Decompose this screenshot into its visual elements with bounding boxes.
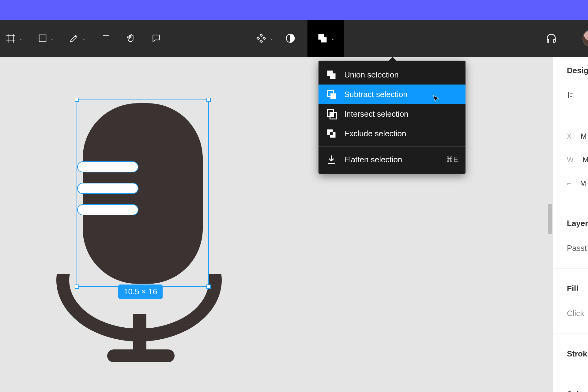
coord-x-row[interactable]: X M — [567, 132, 588, 141]
mask-icon — [285, 33, 295, 43]
components-icon — [256, 33, 266, 43]
hand-tool[interactable] — [126, 33, 136, 43]
pen-icon — [69, 33, 79, 43]
left-tool-group: ⌄ ⌄ ⌄ — [6, 33, 161, 43]
menu-label: Exclude selection — [344, 129, 406, 138]
union-icon — [326, 69, 337, 80]
menu-label: Union selection — [344, 70, 399, 80]
selection-handle[interactable] — [75, 98, 79, 102]
selection-handle[interactable] — [75, 285, 79, 289]
menu-item-subtract[interactable]: Subtract selection — [318, 85, 466, 104]
fill-heading: Fill — [567, 284, 588, 293]
avatar[interactable] — [582, 29, 588, 47]
fill-hint[interactable]: Click — [567, 309, 588, 318]
svg-rect-6 — [330, 113, 334, 116]
dimension-badge: 10.5 × 16 — [118, 285, 163, 299]
align-left-icon[interactable] — [567, 91, 575, 101]
text-icon — [101, 33, 111, 43]
scrollbar-thumb[interactable] — [548, 204, 552, 234]
pen-tool[interactable]: ⌄ — [69, 33, 86, 43]
coord-w-row[interactable]: W M — [567, 156, 588, 164]
selection-bounds[interactable] — [77, 100, 209, 287]
rectangle-icon — [38, 34, 47, 43]
menu-item-intersect[interactable]: Intersect selection — [318, 104, 466, 124]
menu-item-exclude[interactable]: Exclude selection — [318, 124, 466, 143]
layer-heading: Layer — [567, 219, 588, 228]
dropdown-arrow — [389, 57, 396, 61]
menu-label: Flatten selection — [344, 155, 402, 164]
stroke-heading: Strok — [567, 349, 588, 359]
main-toolbar: ⌄ ⌄ ⌄ ⌄ ⌄ — [0, 20, 588, 57]
union-icon — [317, 33, 328, 44]
flatten-icon — [326, 154, 337, 165]
chevron-down-icon: ⌄ — [19, 36, 23, 41]
chevron-down-icon: ⌄ — [270, 36, 273, 41]
shape-tool[interactable]: ⌄ — [38, 34, 54, 43]
selection-handle[interactable] — [206, 285, 211, 289]
coord-x-label: X — [567, 132, 571, 141]
rotation-icon: ⌐ — [567, 179, 571, 188]
tab-design[interactable]: Desig — [567, 66, 588, 75]
svg-rect-3 — [330, 93, 336, 99]
mic-base — [107, 349, 175, 362]
coord-rotation-row[interactable]: ⌐ M — [567, 179, 588, 188]
microphone-artwork: 10.5 × 16 — [52, 100, 224, 354]
subtract-icon — [326, 89, 337, 100]
text-tool[interactable] — [101, 33, 111, 43]
chevron-down-icon: ⌄ — [50, 36, 54, 41]
mic-stem — [133, 314, 146, 354]
selection-handle[interactable] — [206, 98, 211, 102]
menu-label: Intersect selection — [344, 109, 409, 119]
right-panel: Desig X M W M ⌐ M Layer Passt Fill Click… — [553, 57, 588, 392]
frame-icon — [6, 33, 16, 43]
audio-button[interactable] — [545, 32, 557, 44]
menu-shortcut: ⌘E — [446, 155, 458, 164]
canvas[interactable]: 10.5 × 16 — [0, 57, 553, 392]
frame-tool[interactable]: ⌄ — [6, 33, 23, 43]
boolean-dropdown: Union selection Subtract selection Inter… — [318, 61, 466, 174]
components-tool[interactable]: ⌄ — [256, 33, 273, 43]
headphones-icon — [545, 32, 557, 44]
comment-icon — [151, 33, 161, 43]
coord-w-label: W — [567, 156, 574, 164]
top-banner — [0, 0, 588, 20]
chevron-down-icon: ⌄ — [331, 36, 335, 41]
menu-item-union[interactable]: Union selection — [318, 65, 466, 85]
select-heading: Selec — [567, 390, 588, 392]
layer-mode[interactable]: Passt — [567, 243, 588, 253]
svg-rect-0 — [39, 35, 46, 42]
menu-divider — [318, 146, 466, 147]
cursor-icon — [432, 95, 440, 103]
chevron-down-icon: ⌄ — [82, 36, 86, 41]
hand-icon — [126, 33, 136, 43]
menu-item-flatten[interactable]: Flatten selection ⌘E — [318, 150, 466, 169]
menu-label: Subtract selection — [344, 90, 408, 99]
coord-r-value: M — [580, 179, 586, 188]
coord-w-value: M — [583, 156, 588, 164]
mask-tool[interactable] — [285, 33, 295, 43]
coord-x-value: M — [581, 132, 586, 141]
comment-tool[interactable] — [151, 33, 161, 43]
boolean-tool[interactable]: ⌄ — [307, 20, 344, 57]
center-tool-group: ⌄ ⌄ — [256, 20, 344, 57]
exclude-icon — [326, 128, 337, 139]
intersect-icon — [326, 108, 337, 119]
